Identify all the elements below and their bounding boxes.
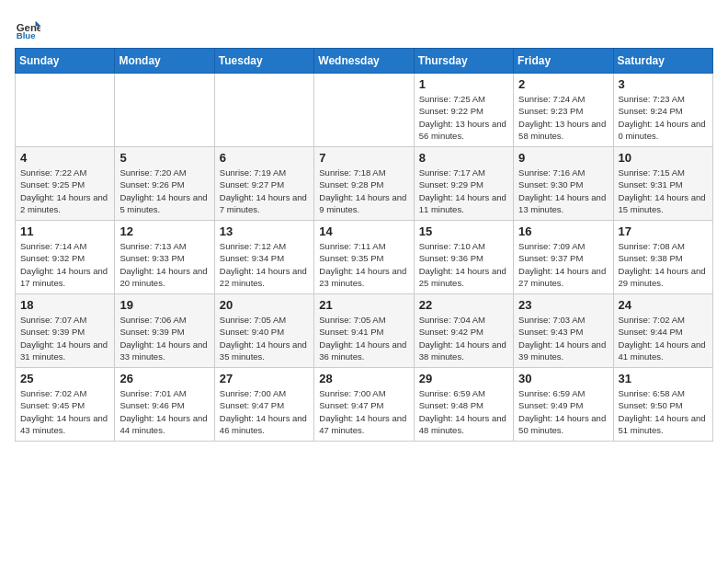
weekday-header: Tuesday <box>214 49 313 74</box>
weekday-header: Sunday <box>16 49 115 74</box>
day-info: Sunrise: 7:12 AM Sunset: 9:34 PM Dayligh… <box>220 240 309 289</box>
day-number: 12 <box>119 224 209 238</box>
day-info: Sunrise: 7:10 AM Sunset: 9:36 PM Dayligh… <box>419 240 508 289</box>
day-number: 1 <box>419 77 508 91</box>
day-info: Sunrise: 7:00 AM Sunset: 9:47 PM Dayligh… <box>319 387 408 436</box>
calendar-week-row: 4Sunrise: 7:22 AM Sunset: 9:25 PM Daylig… <box>16 147 713 221</box>
calendar-cell: 8Sunrise: 7:17 AM Sunset: 9:29 PM Daylig… <box>414 147 513 221</box>
day-number: 26 <box>119 372 209 385</box>
weekday-header: Friday <box>514 49 613 74</box>
calendar-cell: 13Sunrise: 7:12 AM Sunset: 9:34 PM Dayli… <box>214 221 313 294</box>
header: General Blue <box>15 15 713 40</box>
day-number: 29 <box>419 372 508 385</box>
calendar-cell: 14Sunrise: 7:11 AM Sunset: 9:35 PM Dayli… <box>314 221 414 294</box>
day-info: Sunrise: 7:02 AM Sunset: 9:44 PM Dayligh… <box>619 314 708 362</box>
svg-text:Blue: Blue <box>17 30 36 40</box>
calendar-cell <box>214 74 313 147</box>
calendar-cell: 4Sunrise: 7:22 AM Sunset: 9:25 PM Daylig… <box>16 147 115 221</box>
calendar-cell: 31Sunrise: 6:58 AM Sunset: 9:50 PM Dayli… <box>613 368 712 442</box>
calendar-cell: 30Sunrise: 6:59 AM Sunset: 9:49 PM Dayli… <box>514 368 613 442</box>
calendar-cell: 6Sunrise: 7:19 AM Sunset: 9:27 PM Daylig… <box>214 147 313 221</box>
calendar-table: SundayMondayTuesdayWednesdayThursdayFrid… <box>15 48 713 442</box>
calendar-cell: 10Sunrise: 7:15 AM Sunset: 9:31 PM Dayli… <box>613 147 712 221</box>
logo-icon: General Blue <box>15 15 40 40</box>
day-info: Sunrise: 7:05 AM Sunset: 9:40 PM Dayligh… <box>220 314 309 362</box>
calendar-cell: 15Sunrise: 7:10 AM Sunset: 9:36 PM Dayli… <box>414 221 513 294</box>
day-info: Sunrise: 7:22 AM Sunset: 9:25 PM Dayligh… <box>20 167 109 215</box>
day-number: 22 <box>419 298 508 312</box>
day-info: Sunrise: 7:19 AM Sunset: 9:27 PM Dayligh… <box>220 167 309 215</box>
day-number: 2 <box>518 77 608 91</box>
day-info: Sunrise: 7:09 AM Sunset: 9:37 PM Dayligh… <box>518 240 608 289</box>
day-info: Sunrise: 7:13 AM Sunset: 9:33 PM Dayligh… <box>119 240 209 289</box>
calendar-week-row: 25Sunrise: 7:02 AM Sunset: 9:45 PM Dayli… <box>16 368 713 442</box>
calendar-header-row: SundayMondayTuesdayWednesdayThursdayFrid… <box>16 49 713 74</box>
day-info: Sunrise: 7:00 AM Sunset: 9:47 PM Dayligh… <box>220 387 309 436</box>
weekday-header: Wednesday <box>314 49 414 74</box>
calendar-cell <box>314 74 414 147</box>
day-number: 20 <box>220 298 309 312</box>
day-info: Sunrise: 6:58 AM Sunset: 9:50 PM Dayligh… <box>619 387 708 436</box>
day-number: 19 <box>119 298 209 312</box>
day-number: 18 <box>20 298 109 312</box>
day-number: 28 <box>319 372 408 385</box>
day-number: 10 <box>619 151 708 165</box>
day-number: 24 <box>619 298 708 312</box>
calendar-cell: 2Sunrise: 7:24 AM Sunset: 9:23 PM Daylig… <box>514 74 613 147</box>
day-info: Sunrise: 7:11 AM Sunset: 9:35 PM Dayligh… <box>319 240 408 289</box>
calendar-week-row: 11Sunrise: 7:14 AM Sunset: 9:32 PM Dayli… <box>16 221 713 294</box>
day-info: Sunrise: 7:15 AM Sunset: 9:31 PM Dayligh… <box>619 167 708 215</box>
day-info: Sunrise: 7:18 AM Sunset: 9:28 PM Dayligh… <box>319 167 408 215</box>
day-number: 7 <box>319 151 408 165</box>
calendar-cell: 5Sunrise: 7:20 AM Sunset: 9:26 PM Daylig… <box>115 147 214 221</box>
weekday-header: Monday <box>115 49 214 74</box>
calendar-cell: 19Sunrise: 7:06 AM Sunset: 9:39 PM Dayli… <box>115 294 214 368</box>
day-number: 31 <box>619 372 708 385</box>
calendar-cell: 20Sunrise: 7:05 AM Sunset: 9:40 PM Dayli… <box>214 294 313 368</box>
day-number: 6 <box>220 151 309 165</box>
logo: General Blue <box>15 15 44 40</box>
day-info: Sunrise: 7:08 AM Sunset: 9:38 PM Dayligh… <box>619 240 708 289</box>
day-number: 5 <box>119 151 209 165</box>
day-number: 17 <box>619 224 708 238</box>
weekday-header: Saturday <box>613 49 712 74</box>
day-info: Sunrise: 6:59 AM Sunset: 9:48 PM Dayligh… <box>419 387 508 436</box>
calendar-cell: 22Sunrise: 7:04 AM Sunset: 9:42 PM Dayli… <box>414 294 513 368</box>
calendar-cell: 28Sunrise: 7:00 AM Sunset: 9:47 PM Dayli… <box>314 368 414 442</box>
calendar-cell: 12Sunrise: 7:13 AM Sunset: 9:33 PM Dayli… <box>115 221 214 294</box>
day-info: Sunrise: 7:05 AM Sunset: 9:41 PM Dayligh… <box>319 314 408 362</box>
calendar-cell: 18Sunrise: 7:07 AM Sunset: 9:39 PM Dayli… <box>16 294 115 368</box>
calendar-cell <box>16 74 115 147</box>
calendar-cell: 16Sunrise: 7:09 AM Sunset: 9:37 PM Dayli… <box>514 221 613 294</box>
day-number: 14 <box>319 224 408 238</box>
day-number: 16 <box>518 224 608 238</box>
calendar-cell: 1Sunrise: 7:25 AM Sunset: 9:22 PM Daylig… <box>414 74 513 147</box>
calendar-cell: 9Sunrise: 7:16 AM Sunset: 9:30 PM Daylig… <box>514 147 613 221</box>
day-number: 15 <box>419 224 508 238</box>
day-number: 11 <box>20 224 109 238</box>
day-info: Sunrise: 7:01 AM Sunset: 9:46 PM Dayligh… <box>119 387 209 436</box>
day-info: Sunrise: 7:03 AM Sunset: 9:43 PM Dayligh… <box>518 314 608 362</box>
calendar-cell <box>115 74 214 147</box>
day-number: 21 <box>319 298 408 312</box>
weekday-header: Thursday <box>414 49 513 74</box>
calendar-cell: 24Sunrise: 7:02 AM Sunset: 9:44 PM Dayli… <box>613 294 712 368</box>
day-info: Sunrise: 7:25 AM Sunset: 9:22 PM Dayligh… <box>419 93 508 142</box>
calendar-cell: 17Sunrise: 7:08 AM Sunset: 9:38 PM Dayli… <box>613 221 712 294</box>
day-info: Sunrise: 7:17 AM Sunset: 9:29 PM Dayligh… <box>419 167 508 215</box>
day-number: 25 <box>20 372 109 385</box>
calendar-cell: 25Sunrise: 7:02 AM Sunset: 9:45 PM Dayli… <box>16 368 115 442</box>
calendar-week-row: 1Sunrise: 7:25 AM Sunset: 9:22 PM Daylig… <box>16 74 713 147</box>
day-info: Sunrise: 7:04 AM Sunset: 9:42 PM Dayligh… <box>419 314 508 362</box>
calendar-cell: 7Sunrise: 7:18 AM Sunset: 9:28 PM Daylig… <box>314 147 414 221</box>
day-info: Sunrise: 7:24 AM Sunset: 9:23 PM Dayligh… <box>518 93 608 142</box>
day-number: 8 <box>419 151 508 165</box>
calendar-cell: 27Sunrise: 7:00 AM Sunset: 9:47 PM Dayli… <box>214 368 313 442</box>
calendar-week-row: 18Sunrise: 7:07 AM Sunset: 9:39 PM Dayli… <box>16 294 713 368</box>
day-info: Sunrise: 7:07 AM Sunset: 9:39 PM Dayligh… <box>20 314 109 362</box>
day-number: 13 <box>220 224 309 238</box>
day-info: Sunrise: 7:02 AM Sunset: 9:45 PM Dayligh… <box>20 387 109 436</box>
calendar-cell: 21Sunrise: 7:05 AM Sunset: 9:41 PM Dayli… <box>314 294 414 368</box>
calendar-cell: 3Sunrise: 7:23 AM Sunset: 9:24 PM Daylig… <box>613 74 712 147</box>
day-number: 27 <box>220 372 309 385</box>
